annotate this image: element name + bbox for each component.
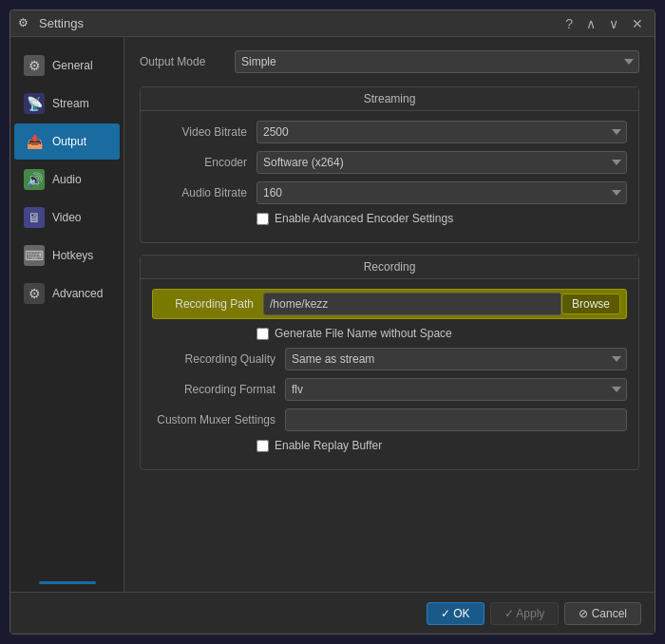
custom-muxer-label: Custom Muxer Settings xyxy=(152,413,285,426)
video-bitrate-select[interactable]: 2500 xyxy=(256,121,627,143)
sidebar-item-general[interactable]: ⚙ General xyxy=(14,47,120,84)
streaming-section: Streaming Video Bitrate 2500 Encoder Sof… xyxy=(140,86,639,243)
video-icon: 🖥 xyxy=(24,207,45,228)
encoder-row: Encoder Software (x264) xyxy=(152,151,627,174)
content-area: ⚙ General 📡 Stream 📤 Output 🔊 Audio 🖥 Vi… xyxy=(10,37,655,592)
sidebar-item-advanced[interactable]: ⚙ Advanced xyxy=(14,275,120,312)
sidebar-indicator xyxy=(39,581,96,584)
sidebar-label-audio: Audio xyxy=(52,173,82,186)
recording-format-select[interactable]: flv mp4 mov mkv ts m3u8 xyxy=(285,378,627,401)
advanced-icon: ⚙ xyxy=(24,283,45,304)
sidebar-item-video[interactable]: 🖥 Video xyxy=(14,199,120,236)
browse-button[interactable]: Browse xyxy=(561,294,620,314)
replay-buffer-checkbox[interactable] xyxy=(256,440,269,452)
streaming-section-body: Video Bitrate 2500 Encoder Software (x26… xyxy=(141,111,638,242)
streaming-section-title: Streaming xyxy=(141,87,638,111)
window-title: Settings xyxy=(39,16,84,30)
minimize-button[interactable]: ∧ xyxy=(582,16,599,31)
close-button[interactable]: ✕ xyxy=(628,16,647,31)
hotkeys-icon: ⌨ xyxy=(24,245,45,266)
sidebar-item-stream[interactable]: 📡 Stream xyxy=(14,85,120,122)
recording-section-title: Recording xyxy=(141,256,638,279)
recording-path-row: Recording Path Browse xyxy=(152,289,627,319)
recording-section: Recording Recording Path Browse Generate… xyxy=(140,255,639,470)
encoder-label: Encoder xyxy=(152,156,256,169)
sidebar-label-general: General xyxy=(52,59,93,72)
output-mode-select[interactable]: Simple Advanced xyxy=(235,50,639,73)
recording-section-body: Recording Path Browse Generate File Name… xyxy=(141,279,638,469)
stream-icon: 📡 xyxy=(24,93,45,114)
recording-quality-label: Recording Quality xyxy=(152,352,285,366)
video-bitrate-label: Video Bitrate xyxy=(152,125,256,139)
replay-buffer-row: Enable Replay Buffer xyxy=(152,439,627,452)
main-content: Output Mode Simple Advanced Streaming Vi… xyxy=(124,37,655,592)
audio-bitrate-select[interactable]: 160 xyxy=(256,181,627,204)
generate-filename-label: Generate File Name without Space xyxy=(275,327,452,340)
titlebar-controls: ? ∧ ∨ ✕ xyxy=(561,16,647,31)
recording-format-label: Recording Format xyxy=(152,383,285,396)
help-button[interactable]: ? xyxy=(561,16,577,31)
recording-quality-row: Recording Quality Same as stream High Qu… xyxy=(152,348,627,370)
audio-icon: 🔊 xyxy=(24,169,45,190)
ok-button[interactable]: ✓ OK xyxy=(427,602,484,625)
encoder-advanced-label: Enable Advanced Encoder Settings xyxy=(275,212,453,225)
footer: ✓ OK ✓ Apply ⊘ Cancel xyxy=(10,592,655,634)
generate-filename-row: Generate File Name without Space xyxy=(152,327,627,340)
sidebar-item-hotkeys[interactable]: ⌨ Hotkeys xyxy=(14,237,120,274)
maximize-button[interactable]: ∨ xyxy=(605,16,622,31)
recording-format-row: Recording Format flv mp4 mov mkv ts m3u8 xyxy=(152,378,627,401)
custom-muxer-input[interactable] xyxy=(285,408,627,431)
sidebar-label-hotkeys: Hotkeys xyxy=(52,249,93,262)
replay-buffer-label: Enable Replay Buffer xyxy=(275,439,382,452)
sidebar-item-audio[interactable]: 🔊 Audio xyxy=(14,161,120,198)
audio-bitrate-row: Audio Bitrate 160 xyxy=(152,181,627,204)
sidebar-label-advanced: Advanced xyxy=(52,287,103,300)
generate-filename-checkbox[interactable] xyxy=(256,328,269,340)
apply-button[interactable]: ✓ Apply xyxy=(490,602,560,625)
app-icon: ⚙ xyxy=(18,16,33,31)
sidebar-header xyxy=(10,41,124,47)
titlebar: ⚙ Settings ? ∧ ∨ ✕ xyxy=(10,10,655,37)
sidebar-item-output[interactable]: 📤 Output xyxy=(14,123,120,160)
sidebar-label-output: Output xyxy=(52,135,86,148)
encoder-advanced-checkbox[interactable] xyxy=(256,213,269,225)
output-mode-label: Output Mode xyxy=(140,55,235,68)
cancel-button[interactable]: ⊘ Cancel xyxy=(564,602,641,625)
sidebar-bottom xyxy=(10,574,124,592)
encoder-advanced-checkbox-row: Enable Advanced Encoder Settings xyxy=(152,212,627,225)
titlebar-left: ⚙ Settings xyxy=(18,16,84,31)
sidebar: ⚙ General 📡 Stream 📤 Output 🔊 Audio 🖥 Vi… xyxy=(10,37,124,592)
sidebar-label-stream: Stream xyxy=(52,97,89,110)
video-bitrate-row: Video Bitrate 2500 xyxy=(152,121,627,143)
output-mode-row: Output Mode Simple Advanced xyxy=(140,50,639,73)
custom-muxer-row: Custom Muxer Settings xyxy=(152,408,627,431)
audio-bitrate-label: Audio Bitrate xyxy=(152,186,256,199)
general-icon: ⚙ xyxy=(24,55,45,76)
encoder-select[interactable]: Software (x264) xyxy=(256,151,627,174)
recording-path-label: Recording Path xyxy=(159,297,263,311)
output-icon: 📤 xyxy=(24,131,45,152)
recording-quality-select[interactable]: Same as stream High Quality Indistinguis… xyxy=(285,348,627,370)
recording-path-input[interactable] xyxy=(263,293,561,315)
sidebar-label-video: Video xyxy=(52,211,81,224)
settings-window: ⚙ Settings ? ∧ ∨ ✕ ⚙ General 📡 Stream 📤 xyxy=(10,9,656,635)
